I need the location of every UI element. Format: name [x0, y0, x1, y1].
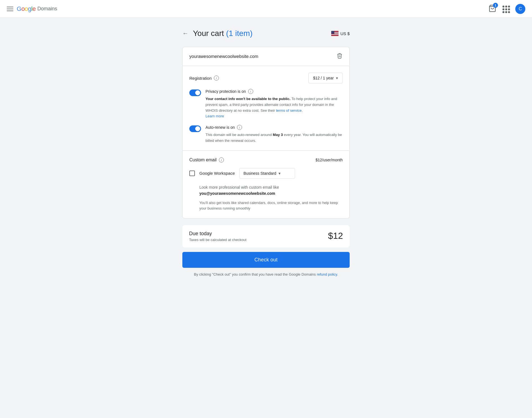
us-flag-icon [331, 31, 339, 36]
due-row: Due today Taxes will be calculated at ch… [189, 231, 343, 242]
workspace-checkbox[interactable] [189, 171, 195, 176]
privacy-description: Your contact info won't be available to … [205, 96, 343, 119]
cart-button[interactable]: 1 [489, 4, 496, 13]
refund-policy-link[interactable]: refund policy [317, 272, 337, 276]
learn-more-link[interactable]: Learn more [205, 114, 224, 118]
apps-icon[interactable] [502, 5, 510, 13]
privacy-toggle[interactable] [189, 89, 201, 96]
email-example: you@yourawesomenewcoolwebsite.com [199, 190, 343, 196]
custom-email-help-icon[interactable]: i [219, 157, 224, 162]
google-wordmark: Google [17, 5, 36, 13]
workspace-label: Google Workspace [199, 171, 235, 176]
dropdown-arrow-icon: ▾ [336, 76, 338, 80]
item-count: (1 item) [226, 29, 253, 38]
refund-policy-text: By clicking "Check out" you confirm that… [182, 272, 350, 276]
page-header-left: ← Your cart (1 item) [182, 29, 253, 38]
hamburger-icon[interactable] [7, 6, 13, 12]
workspace-plan-dropdown[interactable]: Business Standard ▾ [239, 168, 295, 179]
avatar[interactable]: C [515, 4, 525, 14]
workspace-dropdown-arrow-icon: ▾ [279, 171, 280, 176]
auto-renew-toggle[interactable] [189, 125, 201, 132]
custom-email-header: Custom email i $12/user/month [189, 157, 343, 162]
domains-wordmark: Domains [37, 6, 57, 12]
header: Google Domains 1 C [0, 0, 532, 18]
custom-email-price: $12/user/month [316, 158, 343, 162]
due-today-section: Due today Taxes will be calculated at ch… [182, 225, 350, 247]
cart-badge: 1 [493, 3, 498, 8]
delete-domain-button[interactable] [337, 53, 343, 60]
header-left: Google Domains [7, 5, 57, 13]
privacy-help-icon[interactable]: i [248, 89, 253, 94]
custom-email-left: Custom email i [189, 157, 224, 162]
due-price: $12 [328, 231, 343, 241]
custom-email-section: Custom email i $12/user/month Google Wor… [183, 151, 349, 218]
workspace-row: Google Workspace Business Standard ▾ [189, 168, 343, 179]
page-title: Your cart (1 item) [193, 29, 253, 38]
checkout-button[interactable]: Check out [182, 252, 350, 268]
logo: Google Domains [17, 5, 57, 13]
main-content: ← Your cart (1 item) US $ yourawesomenew… [177, 18, 355, 288]
privacy-content: Privacy protection is on i Your contact … [205, 89, 343, 119]
header-right: 1 C [489, 4, 525, 14]
tax-note: Taxes will be calculated at checkout [189, 238, 246, 242]
registration-title: Registration i [189, 76, 219, 81]
privacy-title: Privacy protection is on i [205, 89, 343, 94]
registration-section: Registration i $12 / 1 year ▾ Privacy pr… [183, 66, 349, 151]
registration-header: Registration i $12 / 1 year ▾ [189, 73, 343, 83]
terms-of-service-link[interactable]: terms of service [276, 108, 302, 113]
auto-renew-content: Auto-renew is on i This domain will be a… [205, 125, 343, 144]
privacy-toggle-row: Privacy protection is on i Your contact … [189, 89, 343, 119]
domain-name: yourawesomenewcoolwebsite.com [189, 54, 258, 59]
auto-renew-title: Auto-renew is on i [205, 125, 343, 130]
back-button[interactable]: ← [182, 30, 188, 37]
due-left: Due today Taxes will be calculated at ch… [189, 231, 246, 242]
domain-row: yourawesomenewcoolwebsite.com [183, 47, 349, 66]
due-label: Due today [189, 231, 246, 237]
registration-help-icon[interactable]: i [214, 76, 219, 81]
auto-renew-description: This domain will be auto-renewed around … [205, 132, 343, 144]
cart-card: yourawesomenewcoolwebsite.com Registrati… [182, 47, 350, 218]
auto-renew-toggle-row: Auto-renew is on i This domain will be a… [189, 125, 343, 144]
page-header: ← Your cart (1 item) US $ [182, 29, 350, 38]
email-promo: Look more professional with custom email… [199, 184, 343, 212]
currency-badge: US $ [331, 31, 350, 36]
auto-renew-help-icon[interactable]: i [237, 125, 242, 130]
registration-price-dropdown[interactable]: $12 / 1 year ▾ [308, 73, 343, 83]
